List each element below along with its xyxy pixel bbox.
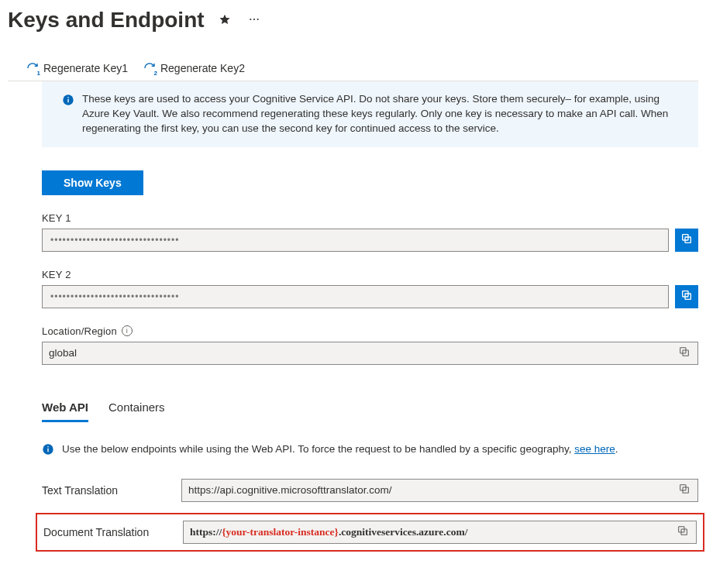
svg-rect-4	[67, 99, 68, 103]
info-banner: These keys are used to access your Cogni…	[42, 81, 698, 147]
document-translation-label: Document Translation	[43, 526, 183, 538]
info-banner-text: These keys are used to access your Cogni…	[82, 92, 678, 136]
page-title: Keys and Endpoint	[8, 8, 205, 33]
tabs: Web API Containers	[42, 396, 698, 422]
show-keys-button[interactable]: Show Keys	[42, 170, 143, 195]
document-translation-highlight: Document Translation https://{your-trans…	[36, 513, 704, 552]
help-icon[interactable]: i	[122, 325, 133, 336]
copy-document-endpoint-button[interactable]	[676, 521, 690, 544]
refresh-icon: 2	[143, 62, 156, 74]
text-translation-label: Text Translation	[42, 484, 181, 497]
key1-input[interactable]	[42, 229, 669, 252]
info-icon	[42, 443, 54, 456]
svg-point-1	[253, 18, 255, 19]
key1-label: KEY 1	[42, 212, 698, 224]
copy-icon	[678, 346, 691, 360]
ellipsis-icon	[248, 13, 260, 28]
svg-rect-13	[47, 448, 48, 452]
copy-icon	[680, 289, 693, 304]
svg-point-0	[250, 18, 251, 19]
copy-icon	[678, 483, 691, 497]
copy-key1-button[interactable]	[675, 229, 698, 252]
info-icon	[62, 94, 74, 106]
document-endpoint-prefix: https://	[190, 526, 222, 538]
document-translation-endpoint: https://{your-translator-instance}.cogni…	[190, 526, 676, 538]
endpoint-info-prefix: Use the below endpoints while using the …	[62, 443, 574, 455]
copy-key2-button[interactable]	[675, 285, 698, 308]
refresh-icon: 1	[26, 62, 39, 74]
regenerate-key1-button[interactable]: 1 Regenerate Key1	[26, 60, 128, 76]
copy-text-endpoint-button[interactable]	[677, 479, 691, 502]
document-endpoint-instance-placeholder: {your-translator-instance}	[222, 526, 339, 538]
favorite-star-button[interactable]	[215, 10, 234, 31]
command-bar: 1 Regenerate Key1 2 Regenerate Key2	[8, 56, 698, 81]
see-here-link[interactable]: see here	[574, 443, 615, 455]
text-translation-endpoint: https://api.cognitive.microsofttranslato…	[188, 484, 677, 496]
key2-label: KEY 2	[42, 269, 698, 280]
svg-rect-5	[67, 97, 68, 98]
svg-point-2	[257, 18, 258, 19]
tab-containers[interactable]: Containers	[108, 396, 165, 422]
location-region-label: Location/Region	[42, 325, 117, 337]
copy-region-button[interactable]	[677, 342, 691, 365]
tab-web-api[interactable]: Web API	[42, 396, 88, 422]
document-endpoint-suffix: .cognitiveservices.azure.com/	[339, 526, 468, 538]
endpoint-info-suffix: .	[615, 443, 618, 455]
svg-rect-14	[47, 446, 48, 447]
location-region-value: global	[49, 347, 677, 359]
copy-icon	[677, 524, 689, 539]
regenerate-key2-button[interactable]: 2 Regenerate Key2	[143, 60, 245, 76]
key2-input[interactable]	[42, 285, 669, 308]
copy-icon	[680, 232, 693, 247]
star-icon	[219, 13, 231, 28]
endpoint-info-text: Use the below endpoints while using the …	[62, 442, 618, 457]
regenerate-key2-label: Regenerate Key2	[160, 62, 245, 74]
regenerate-key1-label: Regenerate Key1	[43, 62, 128, 74]
more-button[interactable]	[245, 10, 263, 31]
